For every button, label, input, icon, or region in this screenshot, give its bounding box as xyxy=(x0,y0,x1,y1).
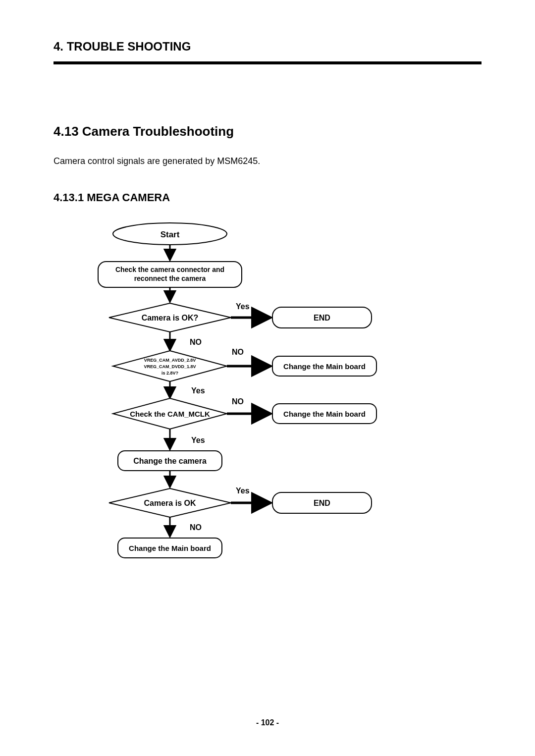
label-yes-3: Yes xyxy=(191,436,205,444)
label-no-4: NO xyxy=(190,523,202,532)
subsection-title: 4.13.1 MEGA CAMERA xyxy=(54,191,482,204)
step-change-main-1: Change the Main board xyxy=(272,356,376,376)
step-change-main-3: Change the Main board xyxy=(118,538,222,558)
label-yes-4: Yes xyxy=(236,486,250,495)
chapter-title: 4. TROUBLE SHOOTING xyxy=(54,40,482,58)
content-area: 4. TROUBLE SHOOTING 4.13 Camera Troubles… xyxy=(0,0,535,578)
step-check-connector: Check the camera connector and reconnect… xyxy=(98,262,242,287)
svg-text:Check the camera connector and: Check the camera connector and xyxy=(115,266,224,273)
svg-text:VREG_CAM_AVDD_2.8V: VREG_CAM_AVDD_2.8V xyxy=(144,358,196,363)
svg-text:VREG_CAM_DVDD_1.8V: VREG_CAM_DVDD_1.8V xyxy=(144,364,196,369)
decision-cam-mclk: Check the CAM_MCLK xyxy=(113,398,227,429)
label-no-3: NO xyxy=(232,397,244,406)
horizontal-rule xyxy=(54,61,482,64)
end-node-1: END xyxy=(272,307,372,328)
page-number: - 102 - xyxy=(0,718,535,727)
svg-text:Camera is OK: Camera is OK xyxy=(144,499,196,507)
svg-text:Change the Main board: Change the Main board xyxy=(129,544,211,552)
decision-vreg: VREG_CAM_AVDD_2.8V VREG_CAM_DVDD_1.8V is… xyxy=(113,351,227,381)
flowchart: Start Check the camera connector and rec… xyxy=(54,221,482,578)
svg-text:Check the CAM_MCLK: Check the CAM_MCLK xyxy=(130,410,210,418)
svg-text:Start: Start xyxy=(160,230,180,239)
svg-text:Change the Main board: Change the Main board xyxy=(283,410,366,418)
step-change-main-2: Change the Main board xyxy=(272,404,376,424)
label-yes-2: Yes xyxy=(191,386,205,395)
svg-text:END: END xyxy=(314,314,330,322)
body-text: Camera control signals are generated by … xyxy=(54,156,482,166)
svg-text:reconnect the camera: reconnect the camera xyxy=(134,274,206,282)
start-node: Start xyxy=(113,223,227,245)
svg-text:Camera is OK?: Camera is OK? xyxy=(142,314,199,322)
section-title: 4.13 Camera Troubleshooting xyxy=(54,124,482,139)
svg-text:is 2.8V?: is 2.8V? xyxy=(161,371,178,376)
decision-camera-ok-2: Camera is OK xyxy=(109,488,231,517)
svg-text:Change the Main board: Change the Main board xyxy=(283,362,366,371)
label-no-1: NO xyxy=(190,338,202,346)
step-change-camera: Change the camera xyxy=(118,451,222,471)
end-node-2: END xyxy=(272,492,372,513)
svg-text:END: END xyxy=(314,499,330,507)
decision-camera-ok-1: Camera is OK? xyxy=(109,303,231,332)
svg-text:Change the camera: Change the camera xyxy=(133,457,207,465)
label-no-2: NO xyxy=(232,348,244,356)
page: 4. TROUBLE SHOOTING 4.13 Camera Troubles… xyxy=(0,0,535,756)
label-yes-1: Yes xyxy=(236,302,250,311)
